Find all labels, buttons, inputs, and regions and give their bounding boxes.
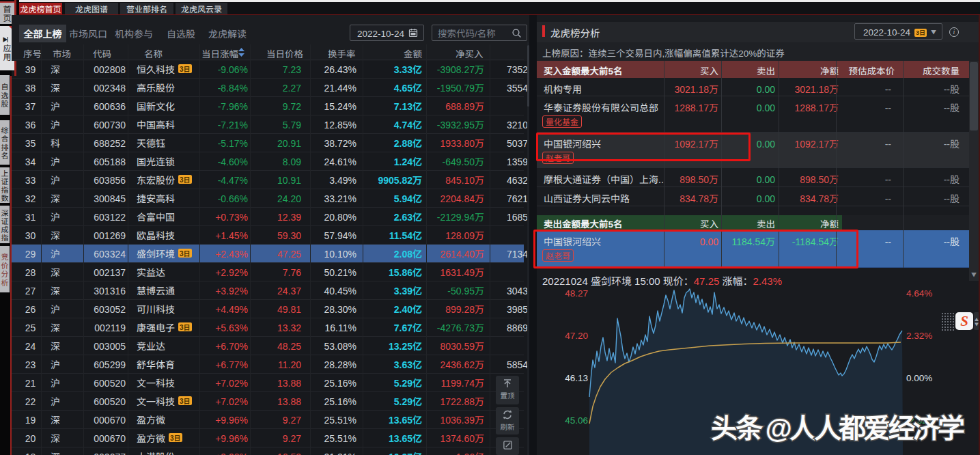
svg-text:头条 @人人都爱经济学: 头条 @人人都爱经济学 — [711, 406, 965, 446]
